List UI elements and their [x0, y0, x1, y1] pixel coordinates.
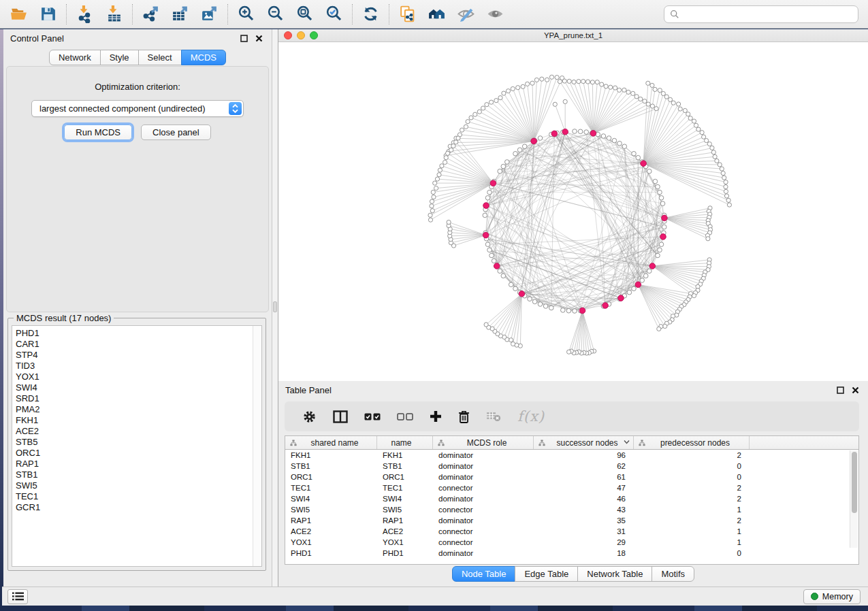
mcds-result-item[interactable]: SWI5 [16, 480, 261, 491]
zoom-in-button[interactable] [231, 1, 261, 28]
memory-button[interactable]: Memory [803, 589, 861, 604]
mcds-result-item[interactable]: ACE2 [16, 426, 261, 437]
mcds-result-item[interactable]: TEC1 [16, 491, 261, 502]
copy-network-button[interactable] [393, 1, 422, 28]
table-settings-button[interactable] [294, 404, 325, 429]
import-network-button[interactable] [70, 1, 99, 28]
table-row[interactable]: PHD1PHD1dominator180 [285, 548, 858, 559]
table-scrollbar-thumb[interactable] [852, 452, 857, 513]
export-image-button[interactable] [195, 1, 224, 28]
delete-column-button[interactable] [450, 404, 478, 429]
network-graph[interactable] [278, 42, 868, 381]
mcds-hub-node[interactable] [618, 295, 624, 301]
tab-select[interactable]: Select [138, 50, 182, 65]
table-row[interactable]: ORC1ORC1dominator610 [285, 472, 858, 482]
close-panel-icon[interactable] [253, 32, 265, 44]
network-window-titlebar[interactable]: YPA_prune.txt_1 [278, 29, 868, 42]
close-window-icon[interactable] [284, 31, 292, 39]
table-row[interactable]: ACE2ACE2connector311 [285, 526, 858, 537]
mcds-result-item[interactable]: STB5 [16, 437, 261, 448]
home-button[interactable] [422, 1, 451, 28]
mcds-hub-node[interactable] [649, 263, 656, 269]
column-header-successor-nodes[interactable]: successor nodes [534, 436, 634, 449]
mcds-hub-node[interactable] [531, 138, 537, 144]
float-table-panel-icon[interactable] [834, 384, 846, 396]
mcds-hub-node[interactable] [483, 203, 489, 209]
mcds-hub-node[interactable] [519, 291, 525, 297]
column-header-mcds-role[interactable]: MCDS role [433, 436, 534, 449]
add-column-button[interactable] [421, 404, 450, 429]
mcds-result-item[interactable]: YOX1 [16, 371, 261, 382]
table-row[interactable]: FKH1FKH1dominator962 [285, 450, 858, 461]
apply-layout-button[interactable] [356, 1, 385, 28]
mcds-result-item[interactable]: PHD1 [16, 328, 261, 339]
mcds-result-item[interactable]: SRD1 [16, 393, 261, 404]
save-session-button[interactable] [33, 1, 63, 28]
column-header-shared-name[interactable]: shared name [285, 436, 377, 449]
search-field[interactable] [664, 5, 858, 23]
mcds-hub-node[interactable] [579, 308, 585, 314]
split-columns-button[interactable] [325, 404, 356, 429]
show-hidden-button[interactable] [481, 1, 510, 28]
export-table-button[interactable] [165, 1, 195, 28]
tab-motifs[interactable]: Motifs [652, 566, 694, 582]
splitter-grip[interactable] [273, 301, 277, 312]
criterion-dropdown[interactable]: largest connected component (undirected) [31, 100, 244, 117]
mcds-result-item[interactable]: FKH1 [16, 415, 261, 426]
column-header-predecessor-nodes[interactable]: predecessor nodes [634, 436, 750, 449]
table-row[interactable]: SWI4SWI4dominator462 [285, 493, 858, 504]
maximize-window-icon[interactable] [310, 31, 318, 39]
mcds-hub-node[interactable] [662, 215, 668, 221]
tab-edge-table[interactable]: Edge Table [515, 566, 578, 582]
open-file-button[interactable] [4, 1, 33, 28]
zoom-fit-button[interactable] [290, 1, 319, 28]
zoom-selected-button[interactable] [319, 1, 349, 28]
mcds-result-item[interactable]: GCR1 [16, 502, 261, 513]
export-network-button[interactable] [136, 1, 165, 28]
mcds-hub-node[interactable] [494, 263, 500, 269]
mcds-result-list[interactable]: PHD1CAR1STP4TID3YOX1SWI4SRD1PMA2FKH1ACE2… [12, 325, 262, 567]
mcds-result-item[interactable]: RAP1 [16, 459, 261, 469]
mcds-hub-node[interactable] [590, 131, 596, 137]
mcds-result-item[interactable]: STB1 [16, 469, 261, 480]
select-all-columns-button[interactable] [356, 404, 389, 429]
tab-node-table[interactable]: Node Table [452, 566, 516, 582]
table-scrollbar[interactable] [850, 450, 858, 548]
table-row[interactable]: YOX1YOX1connector291 [285, 537, 858, 548]
mcds-hub-node[interactable] [660, 234, 666, 240]
tab-network[interactable]: Network [49, 50, 101, 65]
mcds-hub-node[interactable] [551, 131, 558, 137]
mcds-hub-node[interactable] [490, 180, 496, 186]
vertical-splitter[interactable] [272, 29, 278, 587]
close-table-panel-icon[interactable] [849, 384, 861, 396]
deselect-all-columns-button[interactable] [389, 404, 421, 429]
zoom-out-button[interactable] [261, 1, 290, 28]
float-panel-icon[interactable] [238, 32, 250, 44]
column-header-name[interactable]: name [377, 436, 433, 449]
mcds-hub-node[interactable] [562, 129, 568, 135]
mcds-hub-node[interactable] [483, 232, 489, 238]
tab-style[interactable]: Style [100, 50, 139, 65]
mcds-result-item[interactable]: ORC1 [16, 448, 261, 459]
network-canvas[interactable] [278, 42, 868, 381]
table-row[interactable]: SWI5SWI5connector431 [285, 504, 858, 515]
minimize-window-icon[interactable] [297, 31, 305, 39]
mcds-result-item[interactable]: STP4 [16, 350, 261, 361]
mcds-list-scrollbar[interactable] [253, 326, 261, 566]
tab-mcds[interactable]: MCDS [181, 50, 226, 65]
run-mcds-button[interactable]: Run MCDS [64, 125, 132, 140]
mcds-result-item[interactable]: PMA2 [16, 404, 261, 415]
table-row[interactable]: TEC1TEC1connector472 [285, 482, 858, 493]
mcds-result-item[interactable]: CAR1 [16, 339, 261, 350]
task-history-button[interactable] [7, 589, 28, 604]
close-panel-button[interactable]: Close panel [141, 125, 211, 140]
search-input[interactable] [684, 10, 852, 19]
mcds-result-item[interactable]: TID3 [16, 361, 261, 371]
mcds-hub-node[interactable] [602, 303, 609, 309]
mcds-hub-node[interactable] [635, 282, 641, 288]
mcds-result-item[interactable]: SWI4 [16, 382, 261, 393]
mcds-hub-node[interactable] [641, 161, 647, 167]
import-table-button[interactable] [99, 1, 129, 28]
hide-annotations-button[interactable] [451, 1, 481, 28]
table-row[interactable]: RAP1RAP1dominator352 [285, 515, 858, 526]
